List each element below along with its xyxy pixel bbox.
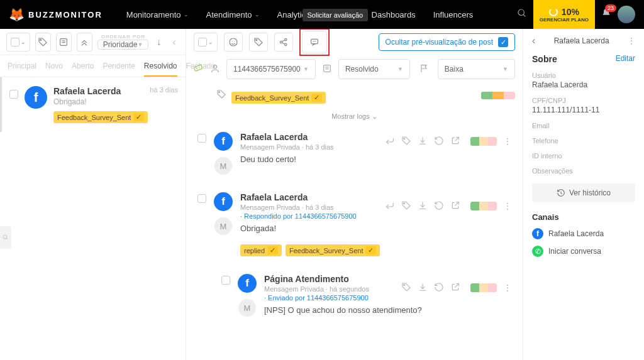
- external-icon[interactable]: [450, 200, 460, 212]
- status-icon: [322, 63, 332, 75]
- plan-button[interactable]: 10% GERENCIAR PLANO: [533, 0, 595, 29]
- kebab-icon[interactable]: ⋮: [503, 283, 511, 293]
- nav-atendimento[interactable]: Atendimento⌄: [197, 0, 269, 29]
- svg-point-2: [40, 39, 42, 40]
- emoji-button[interactable]: [224, 33, 243, 52]
- nav-influencers[interactable]: Influencers: [425, 0, 482, 29]
- sentiment-strip[interactable]: [470, 202, 497, 210]
- hide-preview-toggle[interactable]: Ocultar pré-visualização de post ✓: [379, 33, 515, 51]
- reply-icon[interactable]: [385, 200, 395, 212]
- tag-button[interactable]: [249, 33, 268, 52]
- tab-pendente[interactable]: Pendente: [103, 62, 135, 77]
- msg-meta: Mensagem Privada · há segundos: [264, 285, 369, 293]
- bell-icon[interactable]: 23: [601, 8, 611, 21]
- profile-name: Rafaela Lacerda: [540, 36, 623, 45]
- facebook-icon: f: [25, 86, 47, 109]
- svg-point-6: [230, 38, 237, 46]
- history-button[interactable]: Ver histórico: [532, 183, 635, 202]
- conversation-panel: ⌄ Ocultar pré-visualização de post ✓ 114…: [186, 29, 523, 360]
- spinner-icon: [549, 8, 558, 16]
- logo[interactable]: 🦊 BUZZMONITOR: [9, 7, 103, 22]
- sentiment-strip[interactable]: [481, 92, 515, 99]
- usuario-label: Usuário: [532, 72, 635, 79]
- msg-actions: ⋮: [401, 282, 511, 294]
- msg-reply-by: · Enviado por 1144366575675900: [264, 294, 369, 302]
- msg-checkbox[interactable]: [221, 276, 230, 285]
- priority-select[interactable]: Baixa▼: [438, 59, 515, 79]
- kebab-icon[interactable]: ⋮: [628, 36, 635, 45]
- svg-rect-3: [60, 38, 67, 45]
- msg-actions: ⋮: [385, 136, 511, 148]
- tag-button[interactable]: [35, 33, 51, 52]
- external-icon[interactable]: [450, 136, 460, 148]
- sentiment-strip[interactable]: [470, 137, 497, 146]
- flag-icon: [416, 63, 431, 75]
- kebab-icon[interactable]: ⋮: [503, 201, 511, 211]
- tag-icon[interactable]: [401, 136, 411, 148]
- ticket-icon: [192, 61, 206, 77]
- avatar[interactable]: [618, 6, 635, 23]
- ticket-item[interactable]: f Rafaela Lacerda Obrigada! há 3 dias Fe…: [0, 77, 186, 132]
- channel-facebook[interactable]: fRafaela Lacerda: [532, 228, 635, 239]
- nav-hidden[interactable]: [319, 0, 363, 29]
- svg-line-13: [282, 40, 285, 42]
- download-icon[interactable]: [418, 200, 428, 212]
- filter-row: 1144366575675900▼ Resolvido▼ Baixa▼: [186, 55, 523, 83]
- svg-rect-22: [324, 65, 331, 72]
- kebab-icon[interactable]: ⋮: [503, 136, 511, 146]
- ticket-checkbox[interactable]: [9, 90, 18, 99]
- select-all-checkbox[interactable]: ⌄: [6, 33, 30, 52]
- agent-select[interactable]: 1144366575675900▼: [226, 59, 316, 79]
- status-select[interactable]: Resolvido▼: [338, 59, 410, 79]
- share-button[interactable]: [274, 33, 293, 52]
- chevron-down-icon: ⌄: [255, 11, 260, 18]
- msg-checkbox[interactable]: [197, 134, 206, 143]
- download-icon[interactable]: [418, 136, 428, 148]
- list-button[interactable]: [56, 33, 72, 52]
- checkbox-checked-icon: ✓: [498, 37, 508, 47]
- download-icon[interactable]: [418, 282, 428, 294]
- msg-reply-by: · Respondido por 1144366575675900: [240, 212, 357, 220]
- sort-up-button[interactable]: ‹: [169, 33, 179, 52]
- svg-point-30: [404, 202, 405, 204]
- back-button[interactable]: ‹: [532, 35, 535, 46]
- obs-label: Observações: [532, 167, 635, 175]
- reply-icon[interactable]: [385, 136, 395, 148]
- priority-button[interactable]: [77, 33, 92, 52]
- nav-dashboards[interactable]: Dashboards: [363, 0, 425, 29]
- svg-point-21: [213, 65, 216, 68]
- external-icon[interactable]: [450, 282, 460, 294]
- nav-analytics[interactable]: Analytics Solicitar avaliação: [269, 0, 319, 29]
- logs-toggle[interactable]: Mostrar logs ⌄: [186, 110, 523, 123]
- history-icon[interactable]: [434, 282, 444, 294]
- msg-tag: Feedback_Survey_Sent✓: [286, 244, 380, 256]
- tab-principal[interactable]: Principal: [8, 62, 36, 77]
- conversation-tag[interactable]: Feedback_Survey_Sent✓: [231, 92, 326, 104]
- msg-tag: replied✓: [240, 244, 282, 256]
- facebook-icon: f: [532, 228, 543, 239]
- svg-line-14: [282, 43, 285, 45]
- sort-down-button[interactable]: ↓: [153, 33, 164, 52]
- ticket-list-panel: ⌄ ORDENAR POR Prioridade▼ ↓ ‹ Principal …: [0, 29, 186, 360]
- sentiment-strip[interactable]: [470, 283, 497, 292]
- search-icon[interactable]: [517, 8, 527, 21]
- history-icon[interactable]: [434, 136, 444, 148]
- select-all-checkbox[interactable]: ⌄: [194, 33, 218, 52]
- nav-monitoramento[interactable]: Monitoramento⌄: [118, 0, 197, 29]
- history-icon[interactable]: [434, 200, 444, 212]
- check-icon: ✓: [133, 113, 144, 121]
- tag-icon[interactable]: [401, 282, 411, 294]
- tab-aberto[interactable]: Aberto: [72, 62, 94, 77]
- id-label: ID interno: [532, 152, 635, 160]
- logo-text: BUZZMONITOR: [28, 10, 103, 19]
- edit-link[interactable]: Editar: [616, 54, 635, 64]
- sort-select[interactable]: Prioridade▼: [97, 40, 149, 50]
- nps-chat-button[interactable]: [302, 31, 327, 53]
- tag-icon[interactable]: [401, 200, 411, 212]
- logo-fox-icon: 🦊: [9, 7, 25, 22]
- sidebar-expand-handle[interactable]: [0, 226, 11, 249]
- msg-checkbox[interactable]: [197, 194, 206, 203]
- tab-resolvido[interactable]: Resolvido: [144, 62, 177, 77]
- tab-novo[interactable]: Novo: [45, 62, 63, 77]
- channel-whatsapp[interactable]: ✆Iniciar conversa: [532, 246, 635, 257]
